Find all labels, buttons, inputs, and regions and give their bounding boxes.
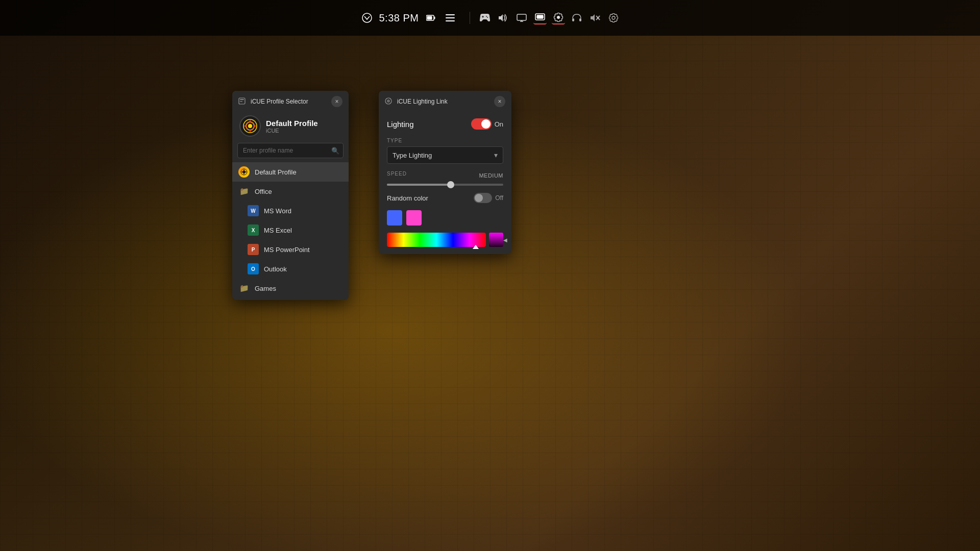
profile-window-icon xyxy=(238,97,246,106)
notification-area xyxy=(478,11,620,24)
profile-item-label: Outlook xyxy=(264,265,287,273)
taskbar: 5:38 PM xyxy=(0,0,980,36)
speed-header: SPEED MEDIUM xyxy=(387,171,503,180)
svg-point-18 xyxy=(612,16,615,19)
svg-point-26 xyxy=(242,170,246,173)
color-bar-thumb xyxy=(473,245,479,249)
profile-info: Default Profile iCUE xyxy=(266,119,318,134)
svg-rect-2 xyxy=(434,17,435,19)
profile-avatar xyxy=(239,115,261,137)
headset-icon[interactable] xyxy=(570,11,583,24)
profile-selector-window: iCUE Profile Selector × Default Profile … xyxy=(232,91,349,300)
random-color-label: Random color xyxy=(387,194,428,202)
profile-item-label: MS Word xyxy=(264,207,291,215)
random-color-toggle-knob xyxy=(475,194,483,202)
menu-icon[interactable] xyxy=(443,11,457,25)
battery-icon[interactable] xyxy=(424,11,438,25)
icue-settings-icon[interactable] xyxy=(552,11,565,24)
speed-value: MEDIUM xyxy=(479,172,503,179)
background-grid xyxy=(0,0,980,551)
svg-point-10 xyxy=(487,17,488,18)
lighting-toggle-label: On xyxy=(495,120,503,128)
speed-slider-fill xyxy=(387,184,451,186)
speed-slider-thumb[interactable] xyxy=(447,181,454,188)
list-item[interactable]: P MS PowerPoint xyxy=(232,240,349,259)
profile-window-title: iCUE Profile Selector xyxy=(251,98,308,105)
search-icon[interactable]: 🔍 xyxy=(331,147,339,155)
lighting-link-window: iCUE Lighting Link × Lighting On TYPE Ty… xyxy=(379,91,511,254)
excel-icon: X xyxy=(248,224,259,236)
taskbar-separator xyxy=(470,12,470,24)
type-dropdown[interactable]: Type Lighting ▾ xyxy=(387,146,503,164)
list-item[interactable]: X MS Excel xyxy=(232,220,349,240)
lighting-titlebar: iCUE Lighting Link × xyxy=(379,91,511,111)
volume-icon[interactable] xyxy=(497,11,510,24)
svg-rect-11 xyxy=(517,14,526,20)
lighting-close-button[interactable]: × xyxy=(494,96,505,107)
type-section-label: TYPE xyxy=(387,138,503,143)
svg-rect-6 xyxy=(446,20,455,21)
profile-subtitle: iCUE xyxy=(266,128,318,134)
lighting-toggle-control: On xyxy=(471,118,503,130)
search-input[interactable] xyxy=(237,143,344,158)
svg-rect-21 xyxy=(240,101,242,102)
lighting-title-left: iCUE Lighting Link xyxy=(385,97,448,106)
list-item[interactable]: 📁 Games xyxy=(232,279,349,298)
color-rainbow-bar[interactable] xyxy=(387,233,486,247)
random-color-toggle-switch[interactable] xyxy=(474,193,492,203)
speed-slider-track[interactable] xyxy=(387,184,503,186)
speed-section-label: SPEED xyxy=(387,171,407,177)
games-folder-icon: 📁 xyxy=(238,283,250,294)
color-picker-side-container: ◀ xyxy=(489,233,503,247)
outlook-icon: O xyxy=(248,263,259,274)
taskbar-left: 5:38 PM xyxy=(360,11,458,25)
word-icon: W xyxy=(248,205,259,216)
profile-item-label: Games xyxy=(255,285,276,292)
svg-rect-8 xyxy=(483,16,484,18)
speed-section: SPEED MEDIUM xyxy=(387,171,503,186)
lighting-window-title: iCUE Lighting Link xyxy=(397,98,448,105)
list-item[interactable]: W MS Word xyxy=(232,201,349,220)
profile-title-left: iCUE Profile Selector xyxy=(238,97,308,106)
gear-icon[interactable] xyxy=(607,11,620,24)
icue-avatar-icon xyxy=(242,118,258,134)
profile-list: Default Profile 📁 Office W MS Word X MS … xyxy=(232,162,349,300)
svg-point-28 xyxy=(387,99,390,103)
svg-point-9 xyxy=(486,16,487,17)
color-swatch-pink[interactable] xyxy=(406,210,422,226)
color-picker-area: ◀ xyxy=(387,233,503,247)
lighting-toggle-row: Lighting On xyxy=(387,118,503,130)
svg-point-0 xyxy=(362,13,372,22)
lighting-toggle-knob xyxy=(481,119,491,129)
xbox-icon[interactable] xyxy=(360,11,374,25)
list-item[interactable]: 📁 Office xyxy=(232,182,349,201)
svg-rect-15 xyxy=(579,18,581,21)
profile-item-label: Default Profile xyxy=(255,168,297,176)
random-color-row: Random color Off xyxy=(387,193,503,203)
random-color-toggle-label: Off xyxy=(495,194,503,202)
svg-rect-3 xyxy=(427,16,432,20)
display-icon[interactable] xyxy=(515,11,528,24)
color-swatches xyxy=(387,210,503,226)
svg-rect-20 xyxy=(240,99,244,100)
profile-item-label: Office xyxy=(255,188,272,195)
controller-icon[interactable] xyxy=(478,11,492,24)
monitor-highlighted-icon[interactable] xyxy=(533,11,547,24)
svg-rect-13 xyxy=(537,15,543,18)
color-picker-side[interactable] xyxy=(489,233,503,247)
profile-name: Default Profile xyxy=(266,119,318,128)
profile-header: Default Profile iCUE xyxy=(232,111,349,143)
list-item[interactable]: Default Profile xyxy=(232,162,349,182)
lighting-window-icon xyxy=(385,97,392,106)
list-item[interactable]: O Outlook xyxy=(232,259,349,279)
office-folder-icon: 📁 xyxy=(238,186,250,197)
random-color-toggle: Off xyxy=(474,193,503,203)
lighting-body: Lighting On TYPE Type Lighting ▾ SPEED M… xyxy=(379,111,511,254)
search-box: 🔍 xyxy=(237,143,344,158)
type-dropdown-value: Type Lighting xyxy=(393,152,432,159)
svg-rect-14 xyxy=(572,18,574,21)
profile-close-button[interactable]: × xyxy=(331,96,342,107)
lighting-toggle-switch[interactable] xyxy=(471,118,492,130)
mute-icon[interactable] xyxy=(589,11,602,24)
color-swatch-blue[interactable] xyxy=(387,210,402,226)
